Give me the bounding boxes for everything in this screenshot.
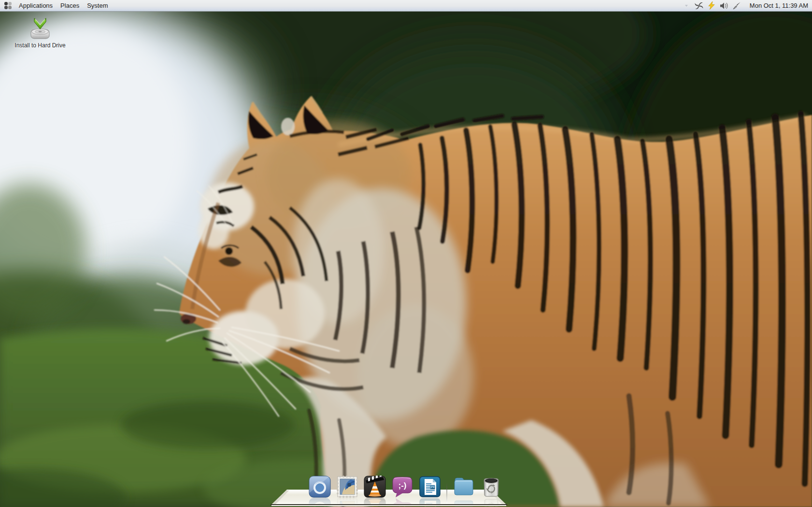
trash-icon (480, 476, 502, 498)
chat-messenger-icon: ;-) (391, 476, 413, 498)
dock-icons-row: ;-) ;-) (309, 476, 502, 498)
dock: ;-) ;-) (271, 471, 512, 507)
power-bolt-icon[interactable] (707, 1, 716, 11)
distro-menu-logo-icon[interactable] (4, 1, 12, 10)
chromium-browser-icon (309, 476, 331, 498)
collapse-arrow-icon[interactable] (682, 1, 691, 11)
dock-item-browser[interactable] (309, 476, 331, 498)
dock-item-mail[interactable] (336, 476, 358, 498)
file-manager-folder-icon (453, 476, 475, 498)
volume-icon[interactable] (719, 1, 729, 11)
menu-system[interactable]: System (83, 0, 112, 11)
dock-separator (446, 482, 447, 504)
install-to-hard-drive-icon (28, 16, 52, 41)
svg-text:;-): ;-) (399, 481, 407, 490)
desktop-icon-install-to-hard-drive[interactable]: Install to Hard Drive (10, 16, 70, 49)
panel-tray: Mon Oct 1, 11:39 AM (680, 0, 812, 11)
update-swirl-icon[interactable] (694, 1, 704, 11)
dock-item-trash[interactable] (480, 476, 502, 498)
desktop-icon-label: Install to Hard Drive (14, 42, 65, 49)
wallpaper-tiger-photo (0, 0, 812, 507)
dock-item-file-manager[interactable] (453, 476, 475, 498)
dock-edge-highlight (271, 505, 506, 506)
libreoffice-writer-icon (419, 476, 441, 498)
vlc-media-player-icon (364, 476, 386, 498)
top-panel: Applications Places System (0, 0, 812, 12)
brush-icon[interactable] (732, 1, 741, 11)
dock-item-vlc[interactable] (364, 476, 386, 498)
dock-item-libreoffice[interactable] (419, 476, 441, 498)
clock[interactable]: Mon Oct 1, 11:39 AM (743, 2, 812, 9)
menu-applications[interactable]: Applications (15, 0, 57, 11)
menu-places[interactable]: Places (57, 0, 83, 11)
panel-menubar: Applications Places System (0, 0, 112, 11)
dock-item-messenger[interactable]: ;-) ;-) (391, 476, 413, 498)
mail-stamp-icon (336, 476, 358, 498)
